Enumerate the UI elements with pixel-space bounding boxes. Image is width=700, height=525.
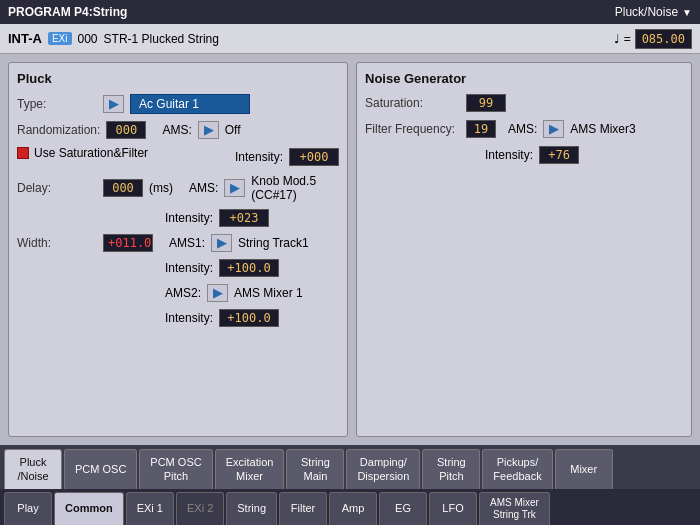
program-id: INT-A	[8, 31, 42, 46]
intensity1-label: Intensity:	[235, 150, 283, 164]
ams4-arrow: ▶	[207, 284, 228, 302]
program-bar: INT-A EXi 000 STR-1 Plucked String ♩ = 0…	[0, 24, 700, 54]
ams3-value: String Track1	[238, 236, 309, 250]
saturation-row: Saturation: 99	[365, 94, 683, 112]
ams3-label: AMS1:	[169, 236, 205, 250]
delay-unit: (ms)	[149, 181, 173, 195]
intensity2-row: Intensity: +023	[17, 209, 339, 227]
type-row: Type: ▶ Ac Guitar 1	[17, 94, 339, 114]
width-value[interactable]: +011.0	[103, 234, 153, 252]
tab-exi2: EXi 2	[176, 492, 224, 525]
noise-ams-label: AMS:	[508, 122, 537, 136]
saturation-checkbox[interactable]	[17, 147, 29, 159]
tab-damping-dispersion[interactable]: Damping/ Dispersion	[346, 449, 420, 489]
delay-label: Delay:	[17, 181, 97, 195]
randomization-row: Randomization: 000 AMS: ▶ Off	[17, 121, 339, 139]
ams2-arrow: ▶	[224, 179, 245, 197]
tab-lfo[interactable]: LFO	[429, 492, 477, 525]
ams4-value: AMS Mixer 1	[234, 286, 303, 300]
randomization-value[interactable]: 000	[106, 121, 146, 139]
tab-pickups-feedback[interactable]: Pickups/ Feedback	[482, 449, 552, 489]
saturation-checkbox-row[interactable]: Use Saturation&Filter	[17, 146, 148, 160]
tab-pluck-noise[interactable]: Pluck /Noise	[4, 449, 62, 489]
tab-mixer[interactable]: Mixer	[555, 449, 613, 489]
type-value[interactable]: Ac Guitar 1	[130, 94, 250, 114]
program-number: 000	[78, 32, 98, 46]
tab-string-main[interactable]: String Main	[286, 449, 344, 489]
tab-play[interactable]: Play	[4, 492, 52, 525]
pluck-panel: Pluck Type: ▶ Ac Guitar 1 Randomization:…	[8, 62, 348, 437]
ams1-label: AMS:	[162, 123, 191, 137]
intensity2-value[interactable]: +023	[219, 209, 269, 227]
ams4-row: AMS2: ▶ AMS Mixer 1	[17, 284, 339, 302]
saturation-label: Use Saturation&Filter	[34, 146, 148, 160]
intensity4-row: Intensity: +100.0	[17, 309, 339, 327]
filter-freq-label: Filter Frequency:	[365, 122, 460, 136]
ams3-arrow: ▶	[211, 234, 232, 252]
tab-eg[interactable]: EG	[379, 492, 427, 525]
ams2-label: AMS:	[189, 181, 218, 195]
ams1-value: Off	[225, 123, 241, 137]
mode-dropdown-arrow: ▼	[682, 7, 692, 18]
saturation-label: Saturation:	[365, 96, 460, 110]
intensity3-label: Intensity:	[165, 261, 213, 275]
tab-pcm-osc[interactable]: PCM OSC	[64, 449, 137, 489]
randomization-label: Randomization:	[17, 123, 100, 137]
pluck-title: Pluck	[17, 71, 339, 86]
tab-pcm-osc-pitch[interactable]: PCM OSC Pitch	[139, 449, 212, 489]
tab-filter[interactable]: Filter	[279, 492, 327, 525]
intensity1-value[interactable]: +000	[289, 148, 339, 166]
type-arrow: ▶	[103, 95, 124, 113]
noise-intensity-row: Intensity: +76	[365, 146, 683, 164]
tab-ams-mixer-string-trk[interactable]: AMS Mixer String Trk	[479, 492, 550, 525]
filter-freq-value[interactable]: 19	[466, 120, 496, 138]
filter-freq-row: Filter Frequency: 19 AMS: ▶ AMS Mixer3	[365, 120, 683, 138]
tab-exi1[interactable]: EXi 1	[126, 492, 174, 525]
noise-intensity-value[interactable]: +76	[539, 146, 579, 164]
tempo-label: ♩ =	[614, 32, 630, 46]
noise-intensity-label: Intensity:	[485, 148, 533, 162]
intensity2-label: Intensity:	[165, 211, 213, 225]
tab-string[interactable]: String	[226, 492, 277, 525]
intensity4-label: Intensity:	[165, 311, 213, 325]
ams4-label: AMS2:	[165, 286, 201, 300]
program-name: STR-1 Plucked String	[104, 32, 609, 46]
tab-amp[interactable]: Amp	[329, 492, 377, 525]
noise-ams-arrow: ▶	[543, 120, 564, 138]
tempo-value[interactable]: 085.00	[635, 29, 692, 49]
title-bar: PROGRAM P4:String Pluck/Noise ▼	[0, 0, 700, 24]
tab-common[interactable]: Common	[54, 492, 124, 525]
tabs-row2: Play Common EXi 1 EXi 2 String Filter Am…	[0, 489, 700, 525]
program-title: PROGRAM P4:String	[8, 5, 127, 19]
noise-title: Noise Generator	[365, 71, 683, 86]
ams1-arrow: ▶	[198, 121, 219, 139]
tempo-area: ♩ = 085.00	[614, 29, 692, 49]
tab-string-pitch[interactable]: String Pitch	[422, 449, 480, 489]
intensity3-row: Intensity: +100.0	[17, 259, 339, 277]
mode-label: Pluck/Noise	[615, 5, 678, 19]
noise-panel: Noise Generator Saturation: 99 Filter Fr…	[356, 62, 692, 437]
intensity3-value[interactable]: +100.0	[219, 259, 279, 277]
mode-selector[interactable]: Pluck/Noise ▼	[615, 5, 692, 19]
saturation-value[interactable]: 99	[466, 94, 506, 112]
main-content: Pluck Type: ▶ Ac Guitar 1 Randomization:…	[0, 54, 700, 445]
noise-ams-value: AMS Mixer3	[570, 122, 635, 136]
width-label: Width:	[17, 236, 97, 250]
exi-badge: EXi	[48, 32, 72, 45]
tabs-row1: Pluck /Noise PCM OSC PCM OSC Pitch Excit…	[0, 445, 700, 489]
intensity4-value[interactable]: +100.0	[219, 309, 279, 327]
delay-value[interactable]: 000	[103, 179, 143, 197]
tab-excitation-mixer[interactable]: Excitation Mixer	[215, 449, 285, 489]
type-label: Type:	[17, 97, 97, 111]
ams2-value: Knob Mod.5 (CC#17)	[251, 174, 339, 202]
